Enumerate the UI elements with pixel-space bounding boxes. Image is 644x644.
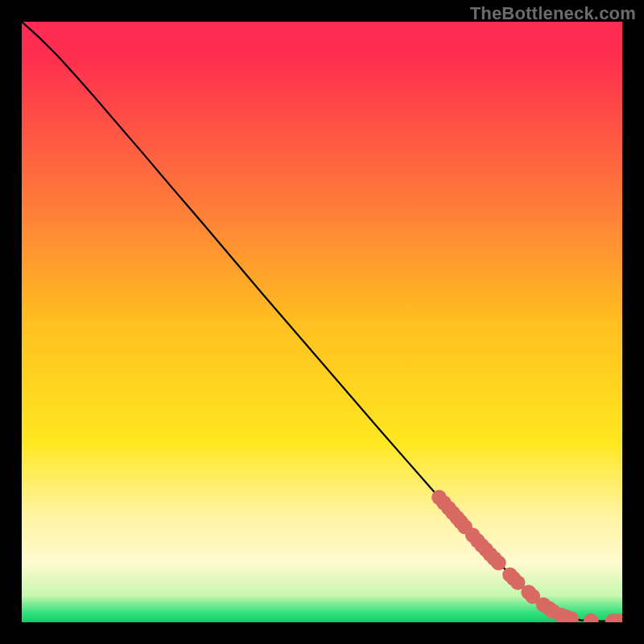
chart-plot bbox=[22, 22, 622, 622]
gradient-bg bbox=[22, 22, 622, 622]
chart-stage: TheBottleneck.com bbox=[0, 0, 644, 644]
scatter-dot bbox=[491, 555, 506, 571]
